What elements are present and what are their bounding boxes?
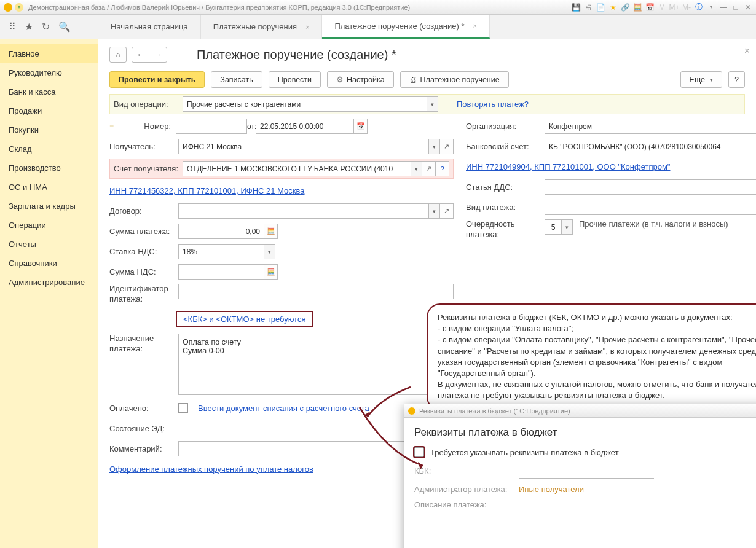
payment-type-input[interactable]	[545, 200, 756, 215]
forward-button[interactable]: →	[149, 47, 167, 62]
sidebar-item-warehouse[interactable]: Склад	[0, 139, 98, 159]
open-icon[interactable]: ↗	[422, 161, 436, 176]
sidebar-item-operations[interactable]: Операции	[0, 216, 98, 235]
tab-payment-orders[interactable]: Платежные поручения×	[201, 15, 323, 39]
payment-type-label: Вид платежа:	[466, 203, 545, 212]
minimize-icon[interactable]: —	[719, 3, 728, 12]
favorites-icon[interactable]: ★	[25, 21, 33, 33]
recipient-input[interactable]: ИФНС 21 Москва	[178, 139, 429, 154]
quick-tools: ⠿ ★ ↻ 🔍	[0, 15, 98, 39]
sidebar-item-bank[interactable]: Банк и касса	[0, 82, 98, 101]
post-and-close-button[interactable]: Провести и закрыть	[109, 71, 205, 88]
recipient-account-input[interactable]: ОТДЕЛЕНИЕ 1 МОСКОВСКОГО ГТУ БАНКА РОССИИ…	[183, 161, 411, 176]
number-input[interactable]	[176, 119, 247, 134]
m-minus-icon: M-	[682, 3, 691, 12]
sidebar-item-admin[interactable]: Администрирование	[0, 273, 98, 292]
gear-icon: ⚙	[336, 75, 344, 84]
print-button[interactable]: 🖨Платежное поручение	[400, 71, 509, 88]
sidebar-item-purchases[interactable]: Покупки	[0, 120, 98, 139]
help-icon[interactable]: ?	[436, 161, 449, 176]
m-icon: M	[658, 3, 666, 12]
doc-icon[interactable]: 📄	[596, 3, 605, 12]
dropdown-icon[interactable]: ▾	[15, 3, 23, 12]
sidebar-item-assets[interactable]: ОС и НМА	[0, 178, 98, 197]
payment-id-input[interactable]	[178, 284, 454, 299]
history-icon[interactable]: ↻	[42, 21, 50, 33]
organization-input[interactable]: Конфетпром	[545, 119, 756, 134]
contract-input[interactable]	[178, 203, 429, 219]
popup-kbk-input[interactable]	[519, 463, 654, 479]
calculator-icon[interactable]: 🧮	[264, 224, 278, 239]
tab-close-icon[interactable]: ×	[473, 22, 476, 29]
sidebar-item-main[interactable]: Главное	[0, 44, 98, 63]
paid-label: Оплачено:	[109, 404, 178, 413]
app-icon	[4, 3, 12, 12]
bank-account-input[interactable]: КБ "РОСПРОМБАНК" (ООО) (4070281003005006…	[545, 139, 756, 154]
vat-rate-input[interactable]: 18%	[178, 244, 264, 259]
info-dd-icon[interactable]: ▾	[707, 3, 715, 12]
dropdown-icon[interactable]: ▾	[562, 219, 573, 235]
kbk-oktmo-link[interactable]: <КБК> и <ОКТМО> не требуются	[183, 315, 305, 324]
priority-label: Очередность платежа:	[466, 219, 545, 240]
recipient-inn-link[interactable]: ИНН 7721456322, КПП 772101001, ИФНС 21 М…	[109, 186, 305, 195]
tab-home[interactable]: Начальная страница	[98, 15, 201, 39]
toolbar: Провести и закрыть Записать Провести ⚙На…	[109, 71, 745, 88]
doc-status-icon: ≡	[109, 122, 122, 131]
org-inn-link[interactable]: ИНН 7721049904, КПП 772101001, ООО "Конф…	[466, 162, 670, 171]
help-button[interactable]: ?	[728, 71, 745, 88]
dropdown-icon[interactable]: ▾	[264, 244, 275, 259]
vat-sum-label: Сумма НДС:	[109, 267, 178, 276]
print-icon[interactable]: 🖨	[584, 3, 593, 12]
dropdown-icon[interactable]: ▾	[429, 139, 440, 154]
maximize-icon[interactable]: □	[731, 3, 740, 12]
nav-arrows: ← →	[132, 47, 167, 63]
dropdown-icon[interactable]: ▾	[411, 161, 422, 176]
dds-input[interactable]	[545, 179, 756, 195]
popup-admin-label: Администратор платежа:	[414, 485, 519, 494]
tab-close-icon[interactable]: ×	[305, 23, 309, 31]
sidebar-item-reports[interactable]: Отчеты	[0, 235, 98, 254]
repeat-payment-link[interactable]: Повторять платеж?	[457, 100, 529, 109]
dropdown-icon[interactable]: ▾	[427, 96, 438, 112]
vat-sum-input[interactable]	[178, 264, 264, 280]
calc-icon[interactable]: 🧮	[633, 3, 642, 12]
sidebar-item-sales[interactable]: Продажи	[0, 101, 98, 120]
sidebar-item-salary[interactable]: Зарплата и кадры	[0, 197, 98, 216]
more-button[interactable]: Еще▾	[680, 71, 722, 88]
apps-icon[interactable]: ⠿	[9, 21, 16, 33]
sidebar-item-production[interactable]: Производство	[0, 159, 98, 178]
priority-input[interactable]: 5	[545, 219, 562, 235]
purpose-textarea[interactable]: Оплата по счету Сумма 0-00	[178, 334, 454, 395]
settings-button[interactable]: ⚙Настройка	[327, 71, 394, 88]
calendar-icon[interactable]: 📅	[354, 119, 368, 134]
info-icon[interactable]: ⓘ	[695, 3, 703, 12]
link-icon[interactable]: 🔗	[621, 3, 629, 12]
sidebar-item-manager[interactable]: Руководителю	[0, 63, 98, 82]
calendar-icon[interactable]: 📅	[645, 3, 654, 12]
post-button[interactable]: Провести	[269, 71, 321, 88]
operation-type-input[interactable]: Прочие расчеты с контрагентами	[183, 96, 427, 112]
open-icon[interactable]: ↗	[440, 203, 454, 219]
popup-admin-value: Иные получатели	[519, 485, 584, 494]
dropdown-icon[interactable]: ▾	[429, 203, 440, 219]
paid-checkbox[interactable]	[178, 403, 188, 413]
close-icon[interactable]: ✕	[744, 3, 752, 12]
payment-sum-input[interactable]: 0,00	[178, 224, 264, 239]
tax-payment-orders-link[interactable]: Оформление платежных поручений по уплате…	[109, 464, 313, 474]
home-button[interactable]: ⌂	[109, 47, 127, 63]
write-button[interactable]: Записать	[211, 71, 262, 88]
back-button[interactable]: ←	[132, 47, 149, 62]
open-icon[interactable]: ↗	[440, 139, 454, 154]
close-form-icon[interactable]: ×	[744, 45, 750, 57]
calculator-icon[interactable]: 🧮	[264, 264, 278, 280]
save-icon[interactable]: 💾	[572, 3, 580, 12]
recipient-label: Получатель:	[109, 142, 178, 151]
tab-payment-order-create[interactable]: Платежное поручение (создание) *×	[322, 15, 490, 39]
star-icon[interactable]: ★	[608, 3, 617, 12]
enter-writeoff-link[interactable]: Ввести документ списания с расчетного сч…	[198, 404, 369, 413]
sidebar-item-catalogs[interactable]: Справочники	[0, 254, 98, 273]
payment-id-label: Идентификатор платежа:	[109, 284, 178, 305]
date-input[interactable]: 22.05.2015 0:00:00	[256, 119, 354, 134]
search-icon[interactable]: 🔍	[58, 21, 71, 33]
dds-label: Статья ДДС:	[466, 182, 545, 192]
